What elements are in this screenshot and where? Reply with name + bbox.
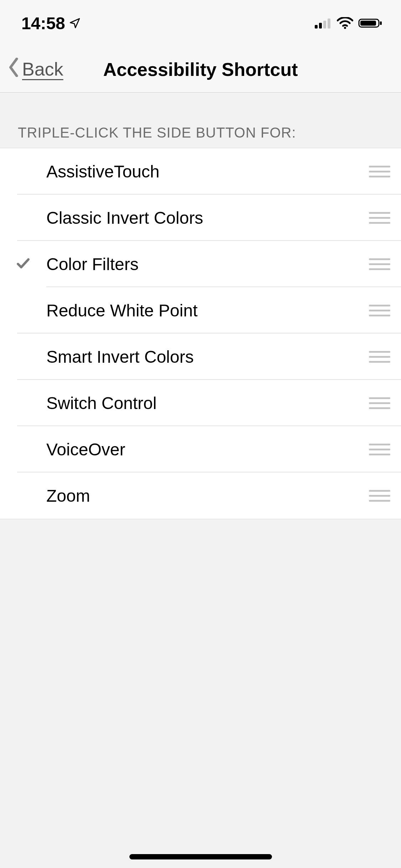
nav-bar: Back Accessibility Shortcut	[0, 46, 401, 93]
list-item-label: Smart Invert Colors	[46, 347, 358, 367]
status-time: 14:58	[21, 14, 65, 33]
svg-rect-2	[323, 21, 326, 29]
drag-handle[interactable]	[358, 212, 401, 224]
list-item[interactable]: Zoom	[0, 472, 401, 519]
status-bar: 14:58	[0, 0, 401, 46]
battery-icon	[358, 14, 383, 33]
drag-handle[interactable]	[358, 166, 401, 177]
page-title: Accessibility Shortcut	[103, 59, 298, 80]
list-item[interactable]: Classic Invert Colors	[0, 195, 401, 241]
status-right	[314, 14, 383, 33]
location-icon	[69, 14, 81, 33]
list-item-label: VoiceOver	[46, 440, 358, 459]
drag-handle[interactable]	[358, 305, 401, 316]
svg-rect-3	[328, 19, 330, 29]
list-item-label: AssistiveTouch	[46, 162, 358, 181]
checkmark-slot	[0, 255, 46, 273]
svg-rect-7	[380, 21, 382, 25]
list-item-label: Reduce White Point	[46, 301, 358, 320]
list-item[interactable]: AssistiveTouch	[0, 148, 401, 195]
list-item[interactable]: Color Filters	[0, 241, 401, 287]
list-item[interactable]: Switch Control	[0, 380, 401, 426]
drag-handle[interactable]	[358, 444, 401, 455]
svg-rect-0	[315, 25, 318, 29]
drag-handle[interactable]	[358, 397, 401, 409]
list-item-label: Zoom	[46, 486, 358, 506]
svg-rect-1	[319, 23, 322, 29]
shortcut-list: AssistiveTouch Classic Invert Colors Col…	[0, 148, 401, 519]
list-item-label: Color Filters	[46, 254, 358, 274]
drag-handle[interactable]	[358, 351, 401, 363]
chevron-left-icon	[7, 58, 21, 81]
svg-rect-6	[360, 21, 376, 26]
list-item[interactable]: Reduce White Point	[0, 287, 401, 334]
wifi-icon	[337, 14, 353, 33]
list-item-label: Classic Invert Colors	[46, 208, 358, 228]
list-item[interactable]: Smart Invert Colors	[0, 334, 401, 380]
list-item-label: Switch Control	[46, 393, 358, 413]
drag-handle[interactable]	[358, 258, 401, 270]
checkmark-icon	[15, 255, 31, 273]
back-button[interactable]: Back	[0, 58, 63, 81]
cellular-icon	[314, 14, 332, 33]
home-indicator[interactable]	[129, 854, 272, 859]
svg-point-4	[344, 27, 346, 29]
drag-handle[interactable]	[358, 490, 401, 502]
section-header: TRIPLE-CLICK THE SIDE BUTTON FOR:	[0, 93, 401, 148]
list-item[interactable]: VoiceOver	[0, 426, 401, 472]
status-left: 14:58	[21, 14, 81, 33]
back-label: Back	[22, 58, 63, 81]
